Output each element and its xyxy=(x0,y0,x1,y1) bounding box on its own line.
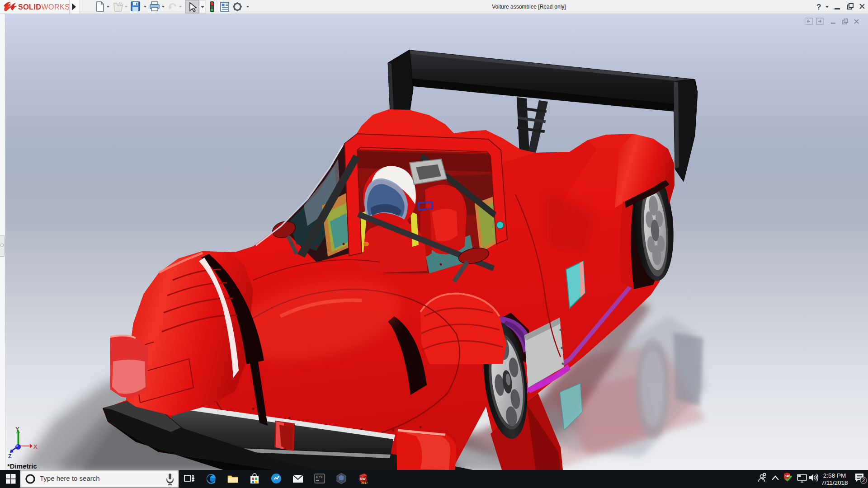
svg-text:C:\: C:\ xyxy=(316,475,323,479)
svg-text:SW: SW xyxy=(360,477,366,481)
svg-text:2:58 PM: 2:58 PM xyxy=(823,472,846,479)
svg-text:?: ? xyxy=(816,3,821,11)
svg-text:2017: 2017 xyxy=(361,481,368,484)
svg-text:Z: Z xyxy=(8,453,11,460)
svg-text:7/11/2018: 7/11/2018 xyxy=(821,479,848,486)
svg-text:X: X xyxy=(33,443,38,450)
svg-text:SOLIDWORKS: SOLIDWORKS xyxy=(18,3,69,11)
svg-text:SW: SW xyxy=(785,474,790,478)
svg-text:2: 2 xyxy=(862,478,865,483)
